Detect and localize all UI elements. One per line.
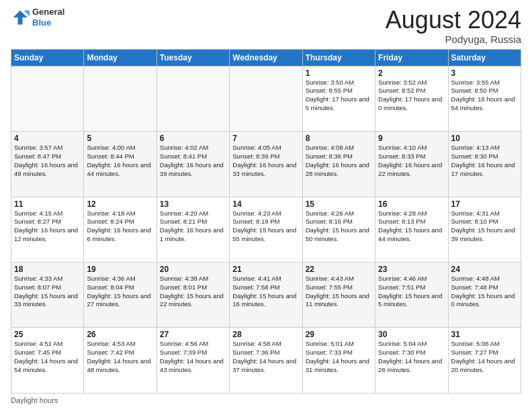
calendar-body: 1Sunrise: 3:50 AMSunset: 8:55 PMDaylight…: [11, 66, 521, 393]
day-info-line: Sunrise: 3:50 AM: [306, 79, 372, 87]
day-info-line: Daylight: 16 hours and 12 minutes.: [14, 226, 81, 244]
day-info-line: Sunrise: 4:58 AM: [232, 340, 299, 349]
calendar-cell: [11, 66, 84, 131]
calendar-cell: 7Sunrise: 4:05 AMSunset: 8:39 PMDaylight…: [230, 132, 302, 197]
day-number: 4: [14, 134, 81, 143]
day-info-line: Daylight: 14 hours and 26 minutes.: [378, 357, 445, 375]
weekday-header-cell: Sunday: [11, 49, 84, 66]
day-info-line: Sunrise: 4:38 AM: [160, 275, 226, 283]
day-info-line: Sunrise: 5:01 AM: [306, 340, 372, 349]
day-info-line: Daylight: 17 hours and 5 minutes.: [306, 95, 372, 113]
day-info-line: Sunrise: 4:51 AM: [14, 340, 81, 349]
calendar-table: SundayMondayTuesdayWednesdayThursdayFrid…: [11, 49, 521, 394]
day-info-line: Daylight: 14 hours and 43 minutes.: [160, 357, 226, 375]
day-info-line: Sunrise: 5:06 AM: [451, 340, 518, 349]
logo-blue: Blue: [32, 17, 51, 28]
day-number: 2: [378, 68, 445, 78]
calendar-cell: 13Sunrise: 4:20 AMSunset: 8:21 PMDayligh…: [157, 197, 229, 262]
day-info-line: Sunrise: 4:13 AM: [451, 144, 518, 152]
calendar-cell: [230, 66, 302, 131]
day-info-line: Sunset: 8:04 PM: [87, 283, 153, 292]
calendar-week-row: 1Sunrise: 3:50 AMSunset: 8:55 PMDaylight…: [11, 66, 521, 131]
day-info-line: Daylight: 15 hours and 33 minutes.: [14, 292, 81, 310]
calendar-week-row: 18Sunrise: 4:33 AMSunset: 8:07 PMDayligh…: [11, 263, 521, 328]
day-number: 11: [14, 199, 81, 209]
day-number: 1: [306, 68, 372, 78]
day-info-line: Sunset: 7:39 PM: [160, 349, 226, 357]
day-info-line: Daylight: 14 hours and 48 minutes.: [87, 357, 153, 375]
day-number: 15: [306, 199, 372, 209]
day-info-line: Sunrise: 4:10 AM: [378, 144, 445, 152]
day-number: 8: [306, 134, 372, 143]
day-info-line: Sunrise: 4:00 AM: [87, 144, 153, 152]
calendar-cell: 6Sunrise: 4:02 AMSunset: 8:41 PMDaylight…: [157, 132, 229, 197]
location-subtitle: Podyuga, Russia: [386, 34, 521, 45]
day-number: 29: [306, 330, 372, 339]
page: General Blue August 2024 Podyuga, Russia…: [0, 0, 532, 411]
day-info-line: Sunrise: 4:46 AM: [378, 275, 445, 283]
calendar-cell: 30Sunrise: 5:04 AMSunset: 7:30 PMDayligh…: [375, 328, 448, 394]
day-info-line: Sunrise: 4:23 AM: [232, 210, 299, 218]
day-info-line: Daylight: 16 hours and 49 minutes.: [14, 161, 81, 179]
calendar-cell: 8Sunrise: 4:08 AMSunset: 8:36 PMDaylight…: [302, 132, 375, 197]
day-number: 13: [160, 199, 226, 209]
calendar-cell: 18Sunrise: 4:33 AMSunset: 8:07 PMDayligh…: [11, 263, 84, 328]
day-info-line: Daylight: 15 hours and 50 minutes.: [306, 226, 372, 244]
day-info-line: Daylight: 15 hours and 0 minutes.: [451, 292, 518, 310]
day-number: 16: [378, 199, 445, 209]
day-info-line: Sunrise: 4:20 AM: [160, 210, 226, 218]
weekday-header-row: SundayMondayTuesdayWednesdayThursdayFrid…: [11, 49, 521, 66]
calendar-cell: 12Sunrise: 4:18 AMSunset: 8:24 PMDayligh…: [84, 197, 157, 262]
month-title: August 2024: [386, 7, 521, 34]
day-info-line: Daylight: 15 hours and 44 minutes.: [378, 226, 445, 244]
day-info-line: Sunset: 8:07 PM: [14, 283, 81, 292]
day-info-line: Sunset: 8:33 PM: [378, 152, 445, 161]
calendar-cell: 15Sunrise: 4:26 AMSunset: 8:16 PMDayligh…: [302, 197, 375, 262]
day-info-line: Sunset: 8:36 PM: [306, 152, 372, 161]
day-info-line: Sunrise: 4:05 AM: [232, 144, 299, 152]
weekday-header-cell: Wednesday: [230, 49, 302, 66]
day-info-line: Sunset: 7:33 PM: [306, 349, 372, 357]
day-number: 28: [232, 330, 299, 339]
header: General Blue August 2024 Podyuga, Russia: [11, 7, 521, 45]
day-info-line: Sunset: 8:13 PM: [378, 218, 445, 226]
day-info-line: Sunset: 7:30 PM: [378, 349, 445, 357]
day-number: 14: [232, 199, 299, 209]
logo-icon: [11, 8, 30, 27]
day-info-line: Daylight: 15 hours and 22 minutes.: [160, 292, 226, 310]
calendar-cell: [157, 66, 229, 131]
calendar-cell: 19Sunrise: 4:36 AMSunset: 8:04 PMDayligh…: [84, 263, 157, 328]
day-info-line: Daylight: 16 hours and 39 minutes.: [160, 161, 226, 179]
day-info-line: Sunrise: 4:43 AM: [306, 275, 372, 283]
day-number: 23: [378, 265, 445, 274]
day-info-line: Sunset: 8:01 PM: [160, 283, 226, 292]
day-info-line: Sunset: 7:27 PM: [451, 349, 518, 357]
day-info-line: Daylight: 14 hours and 31 minutes.: [306, 357, 372, 375]
calendar-cell: 24Sunrise: 4:48 AMSunset: 7:48 PMDayligh…: [448, 263, 521, 328]
day-info-line: Sunset: 8:44 PM: [87, 152, 153, 161]
day-info-line: Daylight: 16 hours and 54 minutes.: [451, 95, 518, 113]
day-info-line: Sunrise: 4:31 AM: [451, 210, 518, 218]
calendar-cell: 4Sunrise: 3:57 AMSunset: 8:47 PMDaylight…: [11, 132, 84, 197]
day-info-line: Sunrise: 3:55 AM: [451, 79, 518, 87]
day-info-line: Daylight: 15 hours and 27 minutes.: [87, 292, 153, 310]
calendar-cell: 10Sunrise: 4:13 AMSunset: 8:30 PMDayligh…: [448, 132, 521, 197]
day-info-line: Daylight: 14 hours and 54 minutes.: [14, 357, 81, 375]
day-info-line: Sunrise: 4:02 AM: [160, 144, 226, 152]
day-number: 31: [451, 330, 518, 339]
title-block: August 2024 Podyuga, Russia: [386, 7, 521, 45]
calendar-cell: 14Sunrise: 4:23 AMSunset: 8:19 PMDayligh…: [230, 197, 302, 262]
logo-text: General Blue: [32, 7, 64, 28]
logo: General Blue: [11, 7, 64, 28]
calendar-cell: 5Sunrise: 4:00 AMSunset: 8:44 PMDaylight…: [84, 132, 157, 197]
calendar-cell: 9Sunrise: 4:10 AMSunset: 8:33 PMDaylight…: [375, 132, 448, 197]
calendar-cell: 31Sunrise: 5:06 AMSunset: 7:27 PMDayligh…: [448, 328, 521, 394]
day-number: 6: [160, 134, 226, 143]
calendar-cell: 3Sunrise: 3:55 AMSunset: 8:50 PMDaylight…: [448, 66, 521, 131]
calendar-cell: 11Sunrise: 4:15 AMSunset: 8:27 PMDayligh…: [11, 197, 84, 262]
day-info-line: Daylight: 15 hours and 5 minutes.: [378, 292, 445, 310]
day-number: 19: [87, 265, 153, 274]
day-number: 30: [378, 330, 445, 339]
day-info-line: Sunrise: 4:18 AM: [87, 210, 153, 218]
calendar-cell: 23Sunrise: 4:46 AMSunset: 7:51 PMDayligh…: [375, 263, 448, 328]
